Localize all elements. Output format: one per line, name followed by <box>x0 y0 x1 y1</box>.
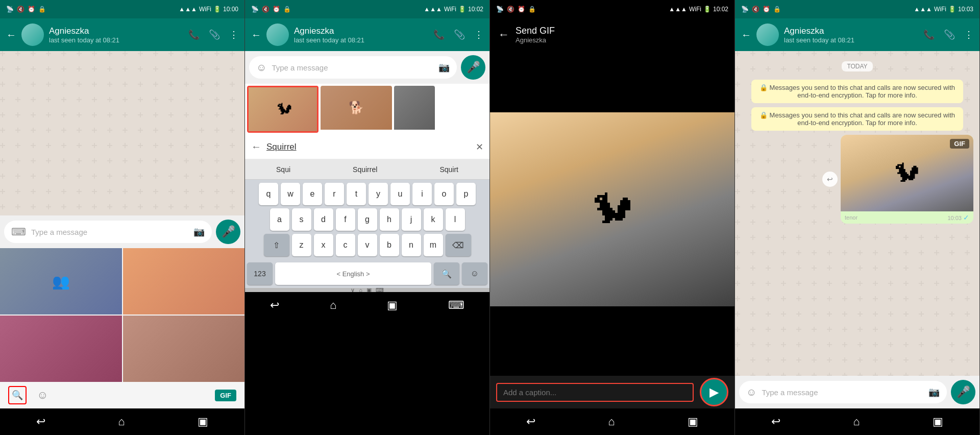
home-nav-icon-1[interactable]: ⌂ <box>118 415 125 428</box>
back-nav-icon-1[interactable]: ↩ <box>36 415 45 428</box>
phone-icon-1[interactable]: 📞 <box>188 29 200 40</box>
key-m[interactable]: m <box>424 234 443 256</box>
key-c[interactable]: c <box>336 234 355 256</box>
caption-placeholder-3[interactable]: Add a caption... <box>503 388 556 397</box>
key-q[interactable]: q <box>259 183 278 205</box>
camera-icon-1[interactable]: 📷 <box>193 226 205 237</box>
more-icon-1[interactable]: ⋮ <box>229 29 238 40</box>
recents-nav-icon-1[interactable]: ▣ <box>198 415 208 428</box>
key-d[interactable]: d <box>314 208 333 231</box>
key-emoji-2[interactable]: ☺ <box>462 262 487 285</box>
gif-result-3-2[interactable] <box>394 86 435 133</box>
send-gif-button-3[interactable]: ▶ <box>700 378 728 406</box>
key-search-2[interactable]: 🔍 <box>434 262 459 285</box>
key-num[interactable]: 123 <box>247 262 273 285</box>
key-y[interactable]: y <box>369 183 388 205</box>
key-k[interactable]: k <box>424 208 443 231</box>
attach-icon-4[interactable]: 📎 <box>944 29 955 40</box>
share-button-4[interactable]: ↩ <box>822 172 838 187</box>
keyboard-nav-icon-2[interactable]: ⌨ <box>448 299 464 312</box>
header-info-1[interactable]: Agnieszka last seen today at 08:21 <box>49 26 183 44</box>
gif-tag-button-1[interactable]: GIF <box>215 390 236 401</box>
system-message-1-4[interactable]: 🔒 Messages you send to this chat and cal… <box>751 80 963 103</box>
gif-search-close-2[interactable]: ✕ <box>476 141 483 153</box>
more-icon-4[interactable]: ⋮ <box>964 29 973 40</box>
key-j[interactable]: j <box>402 208 421 231</box>
gif-emoji-button-1[interactable]: ☺ <box>37 389 48 402</box>
home-nav-icon-3[interactable]: ⌂ <box>608 415 615 428</box>
gif-search-button-1[interactable]: 🔍 <box>8 386 27 404</box>
back-nav-icon-3[interactable]: ↩ <box>526 415 535 428</box>
gif-message-4[interactable]: ↩ 🐿 GIF tenor 10:03 ✓ <box>841 135 973 224</box>
key-f[interactable]: f <box>336 208 355 231</box>
more-icon-2[interactable]: ⋮ <box>474 29 483 40</box>
emoji-icon-4[interactable]: ☺ <box>746 386 756 398</box>
mic-button-4[interactable]: 🎤 <box>951 380 975 404</box>
header-info-4[interactable]: Agnieszka last seen today at 08:21 <box>784 26 918 44</box>
back-button-4[interactable]: ← <box>741 29 751 41</box>
recents-nav-icon-4[interactable]: ▣ <box>933 415 943 428</box>
system-message-2-4[interactable]: 🔒 Messages you send to this chat and cal… <box>751 107 963 131</box>
mic-button-2[interactable]: 🎤 <box>461 55 485 80</box>
send-gif-back-3[interactable]: ← <box>498 28 509 41</box>
key-a[interactable]: a <box>270 208 289 231</box>
gif-cell-4[interactable] <box>123 316 245 382</box>
key-r[interactable]: r <box>325 183 344 205</box>
gif-search-text-2[interactable]: Squirrel <box>266 142 471 152</box>
key-i[interactable]: i <box>412 183 432 205</box>
key-o[interactable]: o <box>434 183 454 205</box>
key-w[interactable]: w <box>281 183 300 205</box>
emoji-icon-2[interactable]: ☺ <box>256 62 266 74</box>
header-info-2[interactable]: Agnieszka last seen today at 08:21 <box>294 26 428 44</box>
status-bar-2: 📡 🔇 ⏰ 🔒 ▲▲▲ WiFi 🔋 10:02 <box>245 0 489 18</box>
message-placeholder-4[interactable]: Type a message <box>762 388 923 397</box>
key-e[interactable]: e <box>303 183 322 205</box>
back-nav-icon-4[interactable]: ↩ <box>771 415 780 428</box>
key-lang[interactable]: < English > <box>275 262 431 285</box>
back-nav-icon-2[interactable]: ↩ <box>270 299 279 312</box>
attach-icon-1[interactable]: 📎 <box>209 29 220 40</box>
gif-result-selected-2[interactable]: 🐿 <box>247 86 318 133</box>
key-g[interactable]: g <box>358 208 377 231</box>
home-nav-icon-4[interactable]: ⌂ <box>853 415 860 428</box>
gif-cell-2[interactable] <box>123 248 245 315</box>
phone-icon-4[interactable]: 📞 <box>923 29 935 40</box>
key-backspace[interactable]: ⌫ <box>446 234 471 256</box>
suggestion-1-2[interactable]: Squi <box>276 165 290 174</box>
suggestion-3-2[interactable]: Squirt <box>439 165 458 174</box>
recents-nav-icon-2[interactable]: ▣ <box>387 299 398 312</box>
key-shift[interactable]: ⇧ <box>264 234 289 256</box>
mic-button-1[interactable]: 🎤 <box>216 220 240 244</box>
key-v[interactable]: v <box>358 234 377 256</box>
caption-input-3[interactable]: Add a caption... <box>496 383 694 402</box>
camera-icon-2[interactable]: 📷 <box>438 62 450 73</box>
key-s[interactable]: s <box>292 208 311 231</box>
camera-icon-4[interactable]: 📷 <box>928 386 940 398</box>
message-input-box-4[interactable]: ☺ Type a message 📷 <box>739 381 947 403</box>
gif-result-2-2[interactable]: 🐕 <box>321 86 392 133</box>
gif-cell-3[interactable] <box>0 316 122 382</box>
key-h[interactable]: h <box>380 208 399 231</box>
key-p[interactable]: p <box>456 183 476 205</box>
back-button-2[interactable]: ← <box>251 29 261 41</box>
suggestion-2-2[interactable]: Squirrel <box>353 165 377 174</box>
key-n[interactable]: n <box>402 234 421 256</box>
phone-icon-2[interactable]: 📞 <box>433 29 445 40</box>
message-input-box-2[interactable]: ☺ Type a message 📷 <box>249 56 457 79</box>
key-l[interactable]: l <box>446 208 465 231</box>
key-b[interactable]: b <box>380 234 399 256</box>
key-t[interactable]: t <box>347 183 366 205</box>
key-u[interactable]: u <box>390 183 410 205</box>
back-button-1[interactable]: ← <box>6 29 16 41</box>
key-x[interactable]: x <box>314 234 333 256</box>
keyboard-icon-1[interactable]: ⌨ <box>11 226 26 238</box>
key-z[interactable]: z <box>292 234 311 256</box>
recents-nav-icon-3[interactable]: ▣ <box>688 415 698 428</box>
home-nav-icon-2[interactable]: ⌂ <box>330 299 336 312</box>
gif-search-back-2[interactable]: ← <box>251 141 261 153</box>
message-placeholder-1[interactable]: Type a message <box>31 228 188 236</box>
attach-icon-2[interactable]: 📎 <box>454 29 465 40</box>
message-input-box-1[interactable]: ⌨ Type a message 📷 <box>4 221 212 243</box>
message-placeholder-2[interactable]: Type a message <box>272 63 433 72</box>
gif-cell-1[interactable]: 👥 <box>0 248 122 315</box>
